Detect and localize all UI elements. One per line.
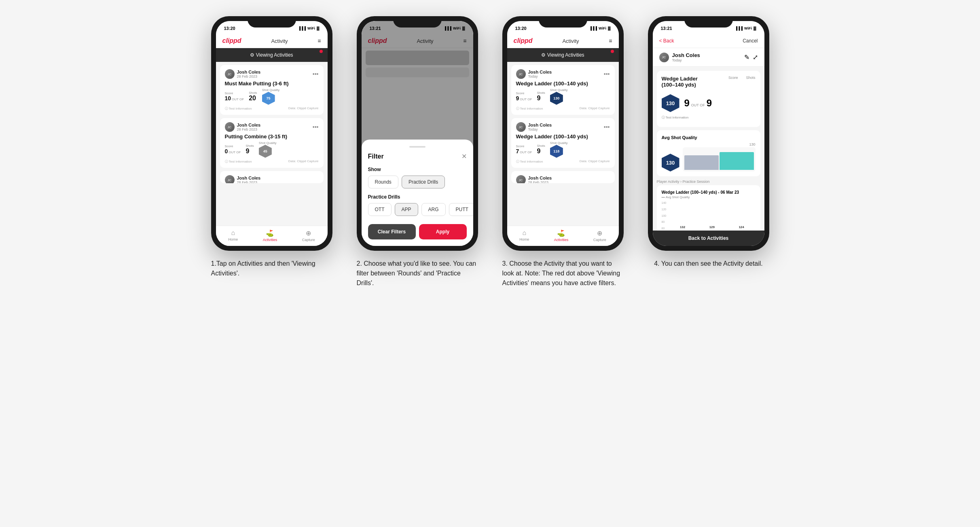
caption-2: 2. Choose what you'd like to see. You ca… (357, 259, 478, 288)
user-date-3-1: Today (528, 74, 552, 78)
back-button-4[interactable]: < Back (659, 38, 674, 44)
hamburger-icon-3[interactable]: ≡ (609, 38, 612, 44)
phone-frame-1: 13:20 ▐▐▐ WiFi ▓ clippd Activity ≡ ⚙ Vie… (211, 16, 332, 251)
footer-right-3-2: Data: Clippd Capture (580, 159, 610, 164)
back-to-activities-button-4[interactable]: Back to Activities (653, 231, 764, 246)
expand-icon-4[interactable]: ⤢ (753, 53, 758, 61)
stats-row-3-2: Score 7 OUT OF Shots 9 (516, 141, 610, 158)
filter-handle-2 (409, 146, 425, 148)
hamburger-icon-1[interactable]: ≡ (317, 38, 321, 44)
activity-title-3-1: Wedge Ladder (100–140 yds) (516, 80, 610, 87)
nav-activities-3[interactable]: ⛳ Activities (554, 229, 569, 242)
nav-home-label-1: Home (228, 237, 238, 241)
footer-right-1-2: Data: Clippd Capture (288, 159, 319, 164)
filter-putt-button-2[interactable]: PUTT (449, 203, 473, 216)
avatar-3-2: JC (516, 122, 526, 132)
user-details-3-1: Josh Coles Today (528, 70, 552, 78)
shots-val-1-2: 9 (246, 148, 254, 155)
nav-capture-3[interactable]: ⊕ Capture (593, 229, 606, 242)
activity-item-3-2[interactable]: JC Josh Coles Today ••• Wedge Ladder (10… (511, 118, 615, 168)
filter-app-button-2[interactable]: APP (395, 203, 418, 216)
more-dots-3-2[interactable]: ••• (604, 124, 610, 130)
filter-close-button-2[interactable]: ✕ (461, 152, 467, 160)
user-details-1-2: Josh Coles 28 Feb 2023 (237, 123, 261, 131)
red-dot-1 (320, 50, 323, 53)
apply-button-2[interactable]: Apply (419, 224, 467, 239)
more-dots-3-1[interactable]: ••• (604, 71, 610, 77)
more-dots-1-2[interactable]: ••• (313, 124, 319, 130)
outof-label-3-1: OUT OF (520, 97, 532, 101)
score-label-1-2: Score (225, 144, 241, 148)
user-name-1-2: Josh Coles (237, 123, 261, 127)
footer-left-1-1: ⓘ Test Information (225, 106, 252, 111)
stat-group-score-3-1: Score 9 OUT OF (516, 91, 532, 102)
nav-home-1[interactable]: ⌂ Home (228, 229, 238, 242)
filter-show-buttons-2: Rounds Practice Drills (368, 176, 467, 188)
avatar-3-1: JC (516, 69, 526, 79)
activity-item-header-3-1: JC Josh Coles Today ••• (516, 69, 610, 79)
phone-notch-1 (248, 16, 296, 28)
detail-card-sub-4: Wedge Ladder (100–140 yds) - 06 Mar 23 •… (657, 185, 760, 231)
activity-item-header-3-3: JC Josh Coles 28 Feb 2023 (516, 175, 610, 183)
activity-banner-3[interactable]: ⚙ Viewing Activities (507, 48, 619, 62)
user-text-4: Josh Coles Today (672, 52, 700, 62)
caption-4: 4. You can then see the Activity detail. (654, 259, 763, 269)
nav-home-3[interactable]: ⌂ Home (519, 229, 529, 242)
score-val-3-1: 9 (516, 95, 519, 102)
phone-notch-2 (393, 16, 442, 28)
sq-label-1-1: Shot Quality (262, 88, 280, 92)
stats-row-1-2: Score 0 OUT OF Shots 9 (225, 141, 319, 158)
chart-area-4: APP (683, 147, 756, 171)
sq-label-3-2: Shot Quality (550, 141, 568, 145)
activity-item-1-1[interactable]: JC Josh Coles 28 Feb 2023 ••• Must Make … (220, 65, 324, 115)
app-header-1: clippd Activity ≡ (216, 34, 328, 48)
more-dots-1-1[interactable]: ••• (313, 71, 319, 77)
nav-capture-1[interactable]: ⊕ Capture (302, 229, 315, 242)
detail-card-avg-4: Avg Shot Quality 130 130 AP (657, 130, 760, 176)
filter-header-2: Filter ✕ (368, 152, 467, 160)
bottom-nav-1: ⌂ Home ⛳ Activities ⊕ Capture (216, 226, 328, 246)
nav-activities-1[interactable]: ⛳ Activities (263, 229, 277, 242)
detail-card-title-4: Wedge Ladder(100–140 yds) (662, 76, 698, 88)
filter-modal-2: Filter ✕ Show Rounds Practice Drills Pra… (362, 140, 473, 246)
filter-practice-button-2[interactable]: Practice Drills (402, 176, 445, 188)
shots-val-3-1: 9 (537, 95, 545, 102)
practice-session-text-4: Practice Session (683, 180, 710, 184)
nav-home-label-3: Home (519, 237, 529, 241)
clear-filters-button-2[interactable]: Clear Filters (368, 224, 416, 239)
wifi-icon-4: WiFi (744, 26, 752, 30)
filter-rounds-button-2[interactable]: Rounds (368, 176, 398, 188)
edit-icon-4[interactable]: ✎ (744, 53, 749, 61)
cancel-button-4[interactable]: Cancel (743, 38, 758, 44)
stat-group-score-1-2: Score 0 OUT OF (225, 144, 241, 155)
score-label-3-1: Score (516, 91, 532, 95)
stat-group-shots-1-2: Shots 9 (246, 144, 254, 155)
activity-banner-1[interactable]: ⚙ Viewing Activities (216, 48, 328, 62)
avatar-4: JC (659, 53, 669, 62)
stat-outof-3-2: 7 OUT OF (516, 148, 532, 155)
sq-label-1-2: Shot Quality (259, 141, 277, 145)
sub-card-title-4: Wedge Ladder (100–140 yds) - 06 Mar 23 (662, 190, 756, 195)
wifi-icon-1: WiFi (307, 26, 315, 30)
avatar-1-2: JC (225, 122, 235, 132)
activity-item-1-2[interactable]: JC Josh Coles 28 Feb 2023 ••• Putting Co… (220, 118, 324, 168)
filter-ott-button-2[interactable]: OTT (368, 203, 392, 216)
phone-notch-4 (684, 16, 733, 28)
detail-card-main-4: Wedge Ladder(100–140 yds) Score Shots 13… (657, 71, 760, 127)
filter-arg-button-2[interactable]: ARG (421, 203, 446, 216)
user-details-3-2: Josh Coles Today (528, 123, 552, 131)
activity-item-3-1[interactable]: JC Josh Coles Today ••• Wedge Ladder (10… (511, 65, 615, 115)
wifi-icon-3: WiFi (599, 26, 606, 30)
activity-title-1-2: Putting Combine (3-15 ft) (225, 133, 319, 140)
signal-icon-1: ▐▐▐ (298, 26, 306, 30)
chart-max-label-4: 130 (683, 142, 756, 146)
nav-capture-label-1: Capture (302, 238, 315, 242)
score-label-1-1: Score (225, 91, 244, 95)
detail-score-val-4: 9 (684, 97, 690, 109)
player-activity-text-4: Player Activity (657, 180, 679, 184)
score-val-1-2: 0 (225, 148, 228, 155)
nav-capture-label-3: Capture (593, 238, 606, 242)
chart-bar-2-4 (720, 152, 754, 170)
detail-user-row-4: JC Josh Coles Today ✎ ⤢ (653, 48, 764, 67)
stat-group-shots-3-2: Shots 9 (537, 144, 545, 155)
